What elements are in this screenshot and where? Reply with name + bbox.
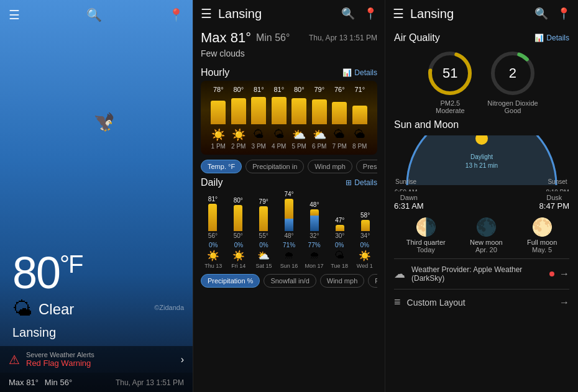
daily-filter-pill[interactable]: Snowfall in/d (264, 274, 316, 288)
location-icon[interactable]: 📍 (168, 7, 184, 22)
daily-high-temp: 48° (310, 201, 319, 208)
moon2-date: Apr. 20 (475, 246, 497, 253)
filter-pill[interactable]: Temp. °F (201, 160, 242, 173)
panel-current-weather: ☰ 🔍 📍 🦅 80°F 🌤 Clear Lansing ©Zidanda ⚠ … (0, 0, 193, 392)
panel2-location-icon[interactable]: 📍 (364, 7, 377, 21)
hourly-weather-icon: 🌥 (350, 128, 370, 142)
filter-pill[interactable]: Wind mph (308, 160, 352, 173)
alert-icon: ⚠ (9, 352, 20, 367)
hourly-bars (206, 94, 372, 125)
dusk-time: 8:47 PM (539, 201, 569, 211)
bar-chart-icon: 📊 (342, 68, 352, 77)
hourly-bar-wrap (229, 98, 249, 124)
panel3-scroll: Air Quality 📊 Details 51 PM2.5 (385, 27, 578, 392)
hourly-bar-wrap (310, 99, 330, 124)
panel1-header: ☰ 🔍 📍 (0, 0, 193, 30)
hourly-details-link[interactable]: 📊 Details (342, 68, 377, 77)
sun-moon-section: Sun and Moon 6:59 AM Sunrise 8:19 PM Sun… (394, 119, 569, 253)
arc-info: Dawn 6:31 AM Dusk 8:47 PM (394, 194, 569, 211)
panel2-header-icons: 🔍 📍 (341, 7, 377, 21)
moon2-icon: 🌑 (475, 217, 497, 237)
moon-full: 🌕 Full moon May. 5 (527, 217, 557, 253)
daily-filter-pill[interactable]: Precipitation % (201, 274, 260, 288)
daily-bar-container (328, 225, 352, 231)
daily-high-temp: 47° (335, 217, 344, 224)
provider-icon: ☁ (394, 267, 405, 281)
condition-text: Clear (39, 301, 74, 318)
daily-blue-bar (285, 219, 293, 231)
svg-text:Sunset: Sunset (548, 178, 567, 185)
hourly-icons-row: ☀️☀️🌤🌤⛅⛅🌥🌥 (206, 125, 372, 142)
hourly-weather-icon: ☀️ (229, 128, 249, 142)
pm25-gauge: 51 PM2.5 Moderate (425, 48, 475, 114)
daily-bar-group: 48°32° (302, 201, 326, 239)
hourly-weather-icon: 🌤 (249, 128, 269, 142)
daily-dates-row: Thu 13Fri 14Sat 15Sun 16Mon 17Tue 18Wed … (201, 263, 377, 269)
dusk-label: Dusk (539, 194, 569, 201)
daily-bar-group: 47°30° (328, 217, 352, 239)
panel-details: ☰ Lansing 🔍 📍 Air Quality 📊 Details (385, 0, 578, 392)
daily-date-label: Mon 17 (301, 263, 327, 269)
hourly-temps-row: 78°80°81°81°80°79°76°71° (206, 84, 372, 94)
hourly-time-label: 8 PM (350, 143, 370, 150)
filter-pill[interactable]: Precipitation in (245, 160, 304, 173)
hourly-pills-row: Temp. °FPrecipitation inWind mphPressure (201, 160, 377, 173)
provider-text: Weather Provider: Apple Weather (DarkSky… (411, 265, 549, 283)
hourly-time-label: 7 PM (329, 143, 350, 150)
hourly-weather-icon: ⛅ (289, 128, 310, 142)
moon3-date: May. 5 (532, 246, 552, 253)
daily-yellow-bar (285, 199, 293, 219)
svg-text:Daylight: Daylight (470, 153, 493, 160)
hourly-weather-icon: 🌤 (269, 128, 290, 142)
daily-high-temp: 81° (208, 196, 218, 203)
daily-yellow-bar (310, 209, 319, 216)
aq-details-link[interactable]: 📊 Details (534, 34, 569, 42)
panel2-menu-icon[interactable]: ☰ (201, 6, 212, 21)
daily-blue-bar (310, 216, 319, 231)
daily-weather-icon: ⛅ (251, 250, 277, 262)
search-icon[interactable]: 🔍 (86, 7, 102, 22)
filter-pill[interactable]: Pressure (356, 160, 377, 173)
daily-low-temp: 34° (360, 232, 370, 239)
daily-bar-container (252, 206, 276, 231)
footer-date: Thu, Apr 13 1:51 PM (116, 378, 184, 387)
weather-alert[interactable]: ⚠ Severe Weather Alerts Red Flag Warning… (0, 346, 193, 373)
hourly-weather-icon: ☀️ (208, 128, 229, 142)
hourly-chart: 78°80°81°81°80°79°76°71° ☀️☀️🌤🌤⛅⛅🌥🌥 1 PM… (201, 81, 377, 155)
daily-yellow-bar (234, 205, 242, 231)
daily-precip-pct: 0% (251, 242, 277, 248)
daily-precip-pct: 0% (201, 242, 226, 248)
daily-section-header: Daily ⊞ Details (201, 177, 377, 188)
custom-layout-row[interactable]: ≡ Custom Layout → (394, 289, 569, 315)
dusk-info: Dusk 8:47 PM (539, 194, 569, 211)
custom-layout-text: Custom Layout (407, 298, 559, 308)
daily-filter-pill[interactable]: Press (368, 274, 377, 288)
daily-precip-pct: 0% (327, 242, 352, 248)
alert-title: Severe Weather Alerts (26, 351, 175, 358)
hourly-bar (272, 97, 287, 124)
panel2-search-icon[interactable]: 🔍 (341, 7, 355, 21)
daily-high-temp: 58° (360, 212, 370, 219)
daily-filter-pill[interactable]: Wind mph (320, 274, 365, 288)
weather-provider-row[interactable]: ☁ Weather Provider: Apple Weather (DarkS… (394, 258, 569, 289)
hourly-weather-icon: 🌥 (329, 128, 350, 142)
panel3-search-icon[interactable]: 🔍 (534, 7, 548, 21)
daily-bars-row: 81°56°80°50°79°55°74°48°48°32°47°30°58°3… (201, 191, 377, 239)
daily-details-link[interactable]: ⊞ Details (346, 178, 377, 187)
hourly-time-label: 1 PM (208, 143, 229, 150)
panel3-location-icon[interactable]: 📍 (557, 7, 571, 21)
bird-decoration: 🦅 (93, 112, 115, 132)
pm25-label: PM2.5 (440, 99, 460, 107)
custom-layout-icon: ≡ (394, 296, 401, 309)
daily-precip-pct: 0% (226, 242, 252, 248)
hourly-bar (312, 99, 327, 124)
aq-header: Air Quality 📊 Details (394, 32, 569, 43)
menu-icon[interactable]: ☰ (9, 7, 20, 22)
panel3-menu-icon[interactable]: ☰ (393, 6, 404, 21)
no2-value: 2 (509, 65, 516, 81)
hourly-time-label: 4 PM (269, 143, 290, 150)
daily-weather-icon: ☀️ (226, 250, 252, 262)
daily-yellow-bar (361, 220, 370, 231)
pm25-value: 51 (443, 65, 457, 81)
hourly-temp-value: 80° (229, 86, 249, 93)
